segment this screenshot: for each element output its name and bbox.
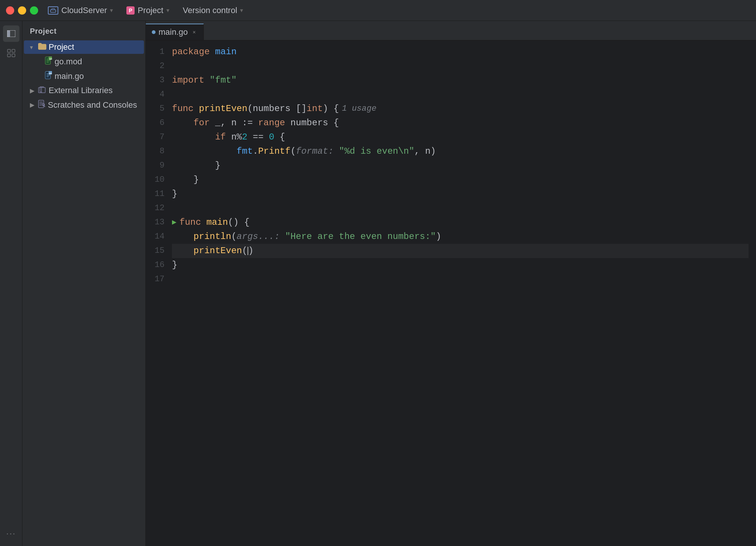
line-num-7: 7 (150, 130, 165, 144)
svg-text:go: go (49, 58, 52, 60)
line-num-17: 17 (150, 272, 165, 286)
editor-area: main.go × 1 2 3 4 5 6 7 8 9 10 11 12 (146, 21, 756, 546)
maximize-button[interactable] (30, 6, 38, 15)
code-line-2 (172, 59, 749, 73)
chevron-right-icon: ▶ (30, 87, 36, 94)
cloud-server-menu[interactable]: CloudServer ▾ (44, 4, 117, 17)
sidebar-title: Project (22, 21, 145, 40)
svg-rect-6 (7, 54, 10, 57)
svg-rect-4 (7, 49, 10, 52)
sidebar-toggle-button[interactable] (3, 25, 19, 42)
tab-maingo[interactable]: main.go × (146, 24, 204, 40)
line-num-4: 4 (150, 88, 165, 102)
sidebar-item-project-label: Project (49, 42, 74, 52)
cloud-server-icon (48, 6, 58, 15)
code-line-11: } (172, 187, 749, 201)
line-num-11: 11 (150, 187, 165, 201)
code-line-13: ▶func main() { (172, 215, 749, 230)
sidebar-item-maingo[interactable]: go main.go (24, 69, 144, 83)
code-line-12 (172, 201, 749, 215)
version-control-menu[interactable]: Version control ▾ (179, 4, 247, 17)
minimize-button[interactable] (18, 6, 26, 15)
sidebar-item-gomod-label: go.mod (55, 57, 82, 67)
titlebar: CloudServer ▾ P Project ▾ Version contro… (0, 0, 756, 21)
sidebar-item-project[interactable]: ▾ Project (24, 40, 144, 54)
line-num-3: 3 (150, 73, 165, 88)
run-button[interactable]: ▶ (172, 217, 179, 228)
line-num-13: 13 (150, 215, 165, 230)
chevron-right-icon-2: ▶ (30, 101, 36, 108)
line-num-2: 2 (150, 59, 165, 73)
line-num-14: 14 (150, 230, 165, 244)
project-label: Project (138, 6, 163, 15)
sidebar-item-scratches[interactable]: ▶ Scratches and Consoles (24, 98, 144, 112)
svg-text:go: go (49, 72, 52, 74)
line-num-8: 8 (150, 144, 165, 159)
sidebar-item-external-libraries[interactable]: ▶ External Libraries (24, 84, 144, 97)
code-line-14: println(args...: "Here are the even numb… (172, 230, 749, 244)
close-button[interactable] (6, 6, 14, 15)
library-icon (38, 86, 46, 95)
line-num-15: 15 (150, 244, 165, 258)
line-num-9: 9 (150, 159, 165, 173)
traffic-lights (6, 6, 38, 15)
go-file-icon: go (45, 71, 52, 81)
code-line-16: } (172, 258, 749, 272)
code-line-4 (172, 88, 749, 102)
cloud-server-label: CloudServer (61, 6, 107, 15)
tab-close-button[interactable]: × (191, 29, 197, 36)
project-chevron: ▾ (166, 7, 169, 14)
code-content[interactable]: package main import "fmt" func printEven… (172, 45, 756, 542)
structure-view-button[interactable] (3, 45, 19, 61)
main-layout: ··· Project ▾ Project go (0, 21, 756, 546)
code-line-3: import "fmt" (172, 73, 749, 88)
svg-rect-16 (42, 88, 45, 93)
code-line-7: if n%2 == 0 { (172, 130, 749, 144)
project-icon: P (126, 6, 135, 15)
tab-label: main.go (159, 27, 188, 37)
scratch-icon (38, 100, 46, 110)
code-line-6: for _, n := range numbers { (172, 116, 749, 130)
close-icon: × (193, 29, 196, 35)
sidebar-item-external-label: External Libraries (49, 86, 113, 95)
chevron-down-icon: ▾ (30, 44, 36, 51)
code-line-9: } (172, 159, 749, 173)
code-line-15: printEven() (172, 244, 749, 258)
code-line-10: } (172, 173, 749, 187)
tab-modified-indicator (152, 30, 156, 34)
cloud-server-chevron: ▾ (110, 7, 113, 14)
folder-icon (38, 43, 46, 52)
sidebar-item-gomod[interactable]: go go.mod (24, 55, 144, 68)
sidebar-item-maingo-label: main.go (55, 71, 84, 81)
line-num-1: 1 (150, 45, 165, 59)
line-numbers: 1 2 3 4 5 6 7 8 9 10 11 12 13 14 15 16 1… (146, 45, 172, 542)
version-control-chevron: ▾ (240, 7, 243, 14)
sidebar-item-scratches-label: Scratches and Consoles (48, 100, 137, 110)
tab-bar: main.go × (146, 21, 756, 40)
code-line-8: fmt.Printf(format: "%d is even\n", n) (172, 144, 749, 159)
line-num-12: 12 (150, 201, 165, 215)
version-control-label: Version control (183, 6, 237, 15)
svg-rect-0 (50, 10, 56, 12)
mod-file-icon: go (45, 56, 52, 67)
ellipsis-icon: ··· (6, 528, 16, 539)
code-line-1: package main (172, 45, 749, 59)
activity-bar: ··· (0, 21, 22, 546)
svg-rect-5 (12, 49, 15, 52)
project-menu[interactable]: P Project ▾ (123, 4, 173, 17)
line-num-10: 10 (150, 173, 165, 187)
code-line-5: func printEven(numbers []int) {1 usage (172, 102, 749, 116)
more-options-button[interactable]: ··· (3, 525, 19, 542)
svg-rect-3 (7, 30, 10, 37)
code-line-17 (172, 272, 749, 286)
line-num-16: 16 (150, 258, 165, 272)
sidebar: Project ▾ Project go go.mod (22, 21, 146, 546)
svg-rect-7 (12, 54, 15, 57)
line-num-6: 6 (150, 116, 165, 130)
line-num-5: 5 (150, 102, 165, 116)
code-editor[interactable]: 1 2 3 4 5 6 7 8 9 10 11 12 13 14 15 16 1… (146, 40, 756, 546)
